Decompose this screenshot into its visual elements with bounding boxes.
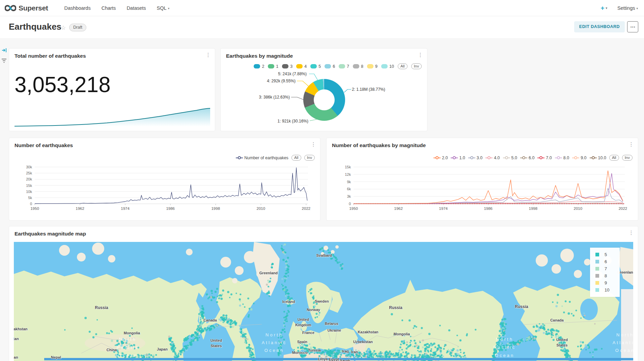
legend-item-9.0[interactable]: 9.0 xyxy=(572,156,586,160)
line-legend: 2.01.03.04.05.06.07.08.09.010.0AllInv xyxy=(433,155,633,161)
legend-item-9[interactable]: 9 xyxy=(367,64,377,69)
legend-inv-button[interactable]: Inv xyxy=(411,63,422,69)
map-legend-label: 6 xyxy=(605,259,607,264)
legend-item-3[interactable]: 3 xyxy=(282,64,292,69)
legend-label: 9 xyxy=(375,64,377,69)
infinity-logo-icon xyxy=(5,4,16,12)
legend-item-4[interactable]: 4 xyxy=(296,64,307,69)
legend-swatch xyxy=(381,64,388,68)
page-title: Earthquakes xyxy=(9,22,61,32)
chart-title: Earthquakes magnitude map xyxy=(15,231,86,237)
chart-card-earthquakes-by-magnitude: Earthquakes by magnitude ⋮ 21345678910Al… xyxy=(220,48,427,131)
legend-label: 1.0 xyxy=(459,156,465,160)
pie-slice-label: 3: 386k (12.63%) xyxy=(259,95,290,100)
legend-inv-button[interactable]: Inv xyxy=(304,155,315,161)
series-marker-icon xyxy=(236,156,243,160)
legend-item-10[interactable]: 10 xyxy=(381,64,394,69)
kebab-menu-icon[interactable]: ⋮ xyxy=(628,230,634,236)
svg-text:25k: 25k xyxy=(26,171,32,175)
multi-line-chart: 03k6k9k12k15k195019621974198619982010202… xyxy=(327,165,639,216)
map-legend-item-10[interactable]: 10 xyxy=(595,286,620,294)
legend-item-number-of-earthquakes[interactable]: Number of earthquakes xyxy=(236,156,288,160)
legend-item-5[interactable]: 5 xyxy=(310,64,321,69)
legend-inv-button[interactable]: Inv xyxy=(622,155,633,161)
nav-item-charts[interactable]: Charts xyxy=(96,5,121,11)
kebab-menu-icon[interactable]: ⋮ xyxy=(205,52,211,58)
legend-item-7[interactable]: 7 xyxy=(339,64,349,69)
map-legend-label: 10 xyxy=(605,287,609,293)
legend-label: 9.0 xyxy=(581,156,586,160)
map-legend-item-6[interactable]: 6 xyxy=(595,258,620,265)
svg-text:1998: 1998 xyxy=(211,206,220,211)
map-legend-item-8[interactable]: 8 xyxy=(595,272,620,279)
legend-item-6[interactable]: 6 xyxy=(325,64,335,69)
trendline-chart xyxy=(15,107,210,129)
brand-name: Superset xyxy=(19,4,48,12)
legend-item-2[interactable]: 2 xyxy=(254,64,264,69)
nav-menu: Dashboards Charts Datasets SQL▾ xyxy=(59,5,175,11)
edit-dashboard-button[interactable]: EDIT DASHBOARD xyxy=(574,21,625,32)
chevron-down-icon: ▾ xyxy=(606,6,608,10)
kebab-menu-icon[interactable]: ⋮ xyxy=(418,52,423,58)
map-legend-swatch xyxy=(595,267,599,271)
nav-item-datasets[interactable]: Datasets xyxy=(121,5,151,11)
legend-item-3.0[interactable]: 3.0 xyxy=(468,156,482,160)
new-item-button[interactable]: +▾ xyxy=(600,4,607,12)
series-marker-icon xyxy=(433,156,441,160)
series-marker-icon xyxy=(520,156,527,160)
legend-item-6.0[interactable]: 6.0 xyxy=(520,156,534,160)
svg-text:1962: 1962 xyxy=(76,206,84,211)
legend-item-8[interactable]: 8 xyxy=(353,64,363,69)
line-legend: Number of earthquakesAllInv xyxy=(236,155,315,161)
legend-swatch xyxy=(325,64,331,68)
expand-filter-bar-icon[interactable] xyxy=(2,48,7,54)
legend-item-2.0[interactable]: 2.0 xyxy=(433,156,448,160)
svg-text:5k: 5k xyxy=(28,196,32,200)
legend-label: 7.0 xyxy=(546,156,552,160)
legend-item-1[interactable]: 1 xyxy=(268,64,278,69)
donut-hole xyxy=(314,89,335,110)
svg-text:2010: 2010 xyxy=(574,206,583,211)
svg-text:1986: 1986 xyxy=(484,206,493,211)
legend-label: 2.0 xyxy=(442,156,448,160)
legend-item-4.0[interactable]: 4.0 xyxy=(485,156,500,160)
legend-label: 8 xyxy=(361,64,363,69)
legend-item-7.0[interactable]: 7.0 xyxy=(537,156,552,160)
legend-label: 4 xyxy=(304,64,307,69)
chart-card-number-of-earthquakes: Number of earthquakes ⋮ Number of earthq… xyxy=(9,138,320,221)
legend-all-button[interactable]: All xyxy=(609,155,619,161)
map-legend-swatch xyxy=(595,274,599,278)
map-legend-item-9[interactable]: 9 xyxy=(595,279,620,286)
svg-text:6k: 6k xyxy=(347,187,351,191)
legend-item-10.0[interactable]: 10.0 xyxy=(590,156,606,160)
legend-item-1.0[interactable]: 1.0 xyxy=(451,156,465,160)
legend-swatch xyxy=(353,64,359,68)
favorite-star-icon[interactable]: ☆ xyxy=(61,24,66,31)
svg-text:12k: 12k xyxy=(345,172,351,176)
filter-icon[interactable] xyxy=(1,58,7,65)
legend-swatch xyxy=(268,64,274,68)
nav-item-dashboards[interactable]: Dashboards xyxy=(59,5,96,11)
map-legend-item-5[interactable]: 5 xyxy=(595,251,620,258)
donut-chart[interactable] xyxy=(303,79,345,121)
legend-all-button[interactable]: All xyxy=(398,63,408,69)
nav-item-sql[interactable]: SQL▾ xyxy=(151,5,175,11)
legend-item-8.0[interactable]: 8.0 xyxy=(555,156,569,160)
map-legend-label: 7 xyxy=(605,266,607,271)
world-map[interactable]: RussiaMongoliaChinaJapanKazakhstanPakist… xyxy=(14,242,633,361)
legend-swatch xyxy=(254,64,260,68)
legend-item-5.0[interactable]: 5.0 xyxy=(503,156,517,160)
map-legend-item-7[interactable]: 7 xyxy=(595,265,620,272)
kebab-menu-icon[interactable]: ⋮ xyxy=(628,141,634,147)
legend-label: 6.0 xyxy=(529,156,534,160)
svg-text:15k: 15k xyxy=(345,165,351,169)
legend-swatch xyxy=(310,64,317,68)
superset-logo[interactable]: Superset xyxy=(5,4,48,12)
settings-menu[interactable]: Settings▾ xyxy=(617,5,638,11)
superset-dashboard: Superset Dashboards Charts Datasets SQL▾… xyxy=(0,0,644,361)
dashboard-more-button[interactable]: ⋯ xyxy=(627,21,638,32)
status-badge: Draft xyxy=(69,24,86,31)
legend-all-button[interactable]: All xyxy=(291,155,301,161)
map-legend-swatch xyxy=(595,281,599,285)
kebab-menu-icon[interactable]: ⋮ xyxy=(311,141,316,147)
